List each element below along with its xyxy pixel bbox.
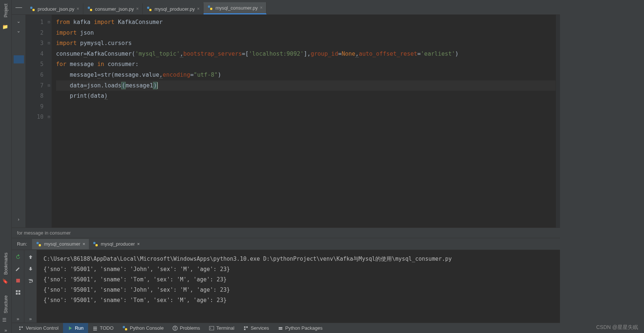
line-num[interactable]: 5 xyxy=(26,59,52,70)
run-toolbar2-overflow[interactable]: » xyxy=(27,315,35,323)
tool-window-structure[interactable]: Structure xyxy=(3,292,8,317)
python-icon xyxy=(93,241,98,247)
tab-label: producer_json.py xyxy=(38,6,74,12)
run-toolbar-overflow[interactable]: » xyxy=(14,315,22,323)
python-file-icon xyxy=(29,6,35,12)
svg-rect-4 xyxy=(147,7,149,9)
svg-rect-0 xyxy=(30,7,32,9)
svg-rect-30 xyxy=(279,329,282,330)
branch-icon xyxy=(18,326,24,331)
project-item[interactable] xyxy=(14,84,24,92)
edit-config-button[interactable] xyxy=(14,265,22,273)
project-item[interactable] xyxy=(14,94,24,102)
tool-window-bookmarks[interactable]: Bookmarks xyxy=(3,249,8,278)
svg-rect-16 xyxy=(18,293,20,295)
editor-area: ⌄ ⌄ › 1⊟ 2 3⊟ 4 5 6 7⊟ 8 9 10⊟ from kafk… xyxy=(12,15,560,228)
project-item[interactable] xyxy=(14,36,24,44)
run-panel-label: Run: xyxy=(12,241,32,247)
play-icon xyxy=(67,326,73,331)
services-icon xyxy=(243,326,248,331)
run-tab-mysql-producer[interactable]: mysql_producer × xyxy=(89,239,143,249)
svg-rect-6 xyxy=(208,6,210,8)
svg-rect-18 xyxy=(93,328,97,329)
close-icon[interactable]: × xyxy=(260,5,262,10)
svg-rect-21 xyxy=(125,328,127,330)
line-num[interactable]: 4 xyxy=(26,49,52,59)
code-editor[interactable]: from kafka import KafkaConsumerimport js… xyxy=(52,15,556,228)
svg-rect-14 xyxy=(18,290,20,292)
tab-mysql-producer[interactable]: mysql_producer.py × xyxy=(143,3,203,14)
tool-window-todo[interactable]: TODO xyxy=(88,323,118,333)
svg-rect-23 xyxy=(175,327,175,329)
packages-icon xyxy=(278,326,283,331)
line-num[interactable]: 3⊟ xyxy=(26,38,52,49)
project-sidebar-collapsed: ⌄ ⌄ › xyxy=(12,15,26,228)
layout-button[interactable] xyxy=(14,288,22,296)
project-root-icon[interactable]: ⌄ xyxy=(14,27,24,35)
svg-rect-1 xyxy=(32,9,35,11)
close-icon[interactable]: × xyxy=(136,6,139,11)
tool-window-services[interactable]: Services xyxy=(239,323,274,333)
svg-rect-7 xyxy=(210,8,212,10)
project-item[interactable] xyxy=(14,74,24,83)
console-line: {'sno': '95001', 'sname': 'Tom', 'sex': … xyxy=(43,295,553,305)
console-output[interactable]: C:\Users\86188\AppData\Local\Microsoft\W… xyxy=(37,250,560,323)
tab-mysql-consumer[interactable]: mysql_consumer.py × xyxy=(203,2,267,14)
left-toolbar-overflow[interactable]: » xyxy=(1,327,10,333)
line-number-gutter: 1⊟ 2 3⊟ 4 5 6 7⊟ 8 9 10⊟ xyxy=(26,15,52,228)
line-num[interactable]: 7⊟ xyxy=(26,80,52,91)
svg-rect-12 xyxy=(16,279,20,282)
svg-rect-15 xyxy=(16,293,18,295)
warn-icon xyxy=(173,326,178,331)
soft-wrap-button[interactable] xyxy=(27,277,35,285)
console-line: C:\Users\86188\AppData\Local\Microsoft\W… xyxy=(43,254,553,264)
project-pane-minimize[interactable]: — xyxy=(12,0,26,14)
svg-rect-17 xyxy=(93,327,97,327)
tool-window-run[interactable]: Run xyxy=(63,323,88,333)
line-num[interactable]: 6 xyxy=(26,70,52,80)
svg-rect-27 xyxy=(246,326,248,328)
svg-rect-19 xyxy=(93,330,97,330)
up-stack-button[interactable] xyxy=(27,253,35,261)
close-icon[interactable]: × xyxy=(197,6,199,11)
close-icon[interactable]: × xyxy=(137,241,140,247)
tool-window-python-console[interactable]: Python Console xyxy=(118,323,168,333)
rerun-button[interactable] xyxy=(14,253,22,261)
error-stripe[interactable] xyxy=(556,15,560,228)
line-num[interactable]: 2 xyxy=(26,28,52,38)
tab-label: consumer_json.py xyxy=(95,6,134,12)
svg-rect-26 xyxy=(244,326,246,328)
svg-rect-2 xyxy=(88,7,90,9)
tab-consumer-json[interactable]: consumer_json.py × xyxy=(83,3,143,14)
line-num[interactable]: 1⊟ xyxy=(26,17,52,28)
python-file-icon xyxy=(87,6,93,12)
tool-window-terminal[interactable]: Terminal xyxy=(205,323,239,333)
left-tool-window-bar: Project 📁 Bookmarks 🔖 Structure ☰ » xyxy=(0,0,12,333)
run-panel-header: Run: mysql_consumer × mysql_producer × xyxy=(12,238,560,250)
line-num[interactable]: 8 xyxy=(26,91,52,101)
project-item[interactable] xyxy=(14,65,24,73)
project-toggle-chevron[interactable]: ⌄ xyxy=(14,17,24,25)
close-icon[interactable]: × xyxy=(83,241,86,247)
python-icon xyxy=(122,326,128,331)
project-item-selected[interactable] xyxy=(14,55,24,63)
tool-window-python-packages[interactable]: Python Packages xyxy=(274,323,327,333)
run-toolbar-primary: » xyxy=(12,250,24,323)
run-tab-mysql-consumer[interactable]: mysql_consumer × xyxy=(32,239,89,249)
tool-window-project[interactable]: Project xyxy=(3,0,8,21)
tool-window-problems[interactable]: Problems xyxy=(168,323,205,333)
tab-label: mysql_producer.py xyxy=(154,6,195,12)
svg-rect-9 xyxy=(39,244,41,246)
tool-window-version-control[interactable]: Version Control xyxy=(14,323,63,333)
project-expand-toggle[interactable]: › xyxy=(14,215,24,223)
project-item[interactable] xyxy=(14,46,24,54)
svg-rect-24 xyxy=(175,329,175,330)
run-tool-window: Run: mysql_consumer × mysql_producer × » xyxy=(12,238,560,323)
line-num[interactable]: 9 xyxy=(26,101,52,112)
stop-button[interactable] xyxy=(14,277,22,285)
breadcrumb-bar[interactable]: for message in consumer xyxy=(12,228,560,238)
line-num[interactable]: 10⊟ xyxy=(26,112,52,122)
close-icon[interactable]: × xyxy=(77,6,79,11)
tab-producer-json[interactable]: producer_json.py × xyxy=(26,3,83,14)
down-stack-button[interactable] xyxy=(27,265,35,273)
